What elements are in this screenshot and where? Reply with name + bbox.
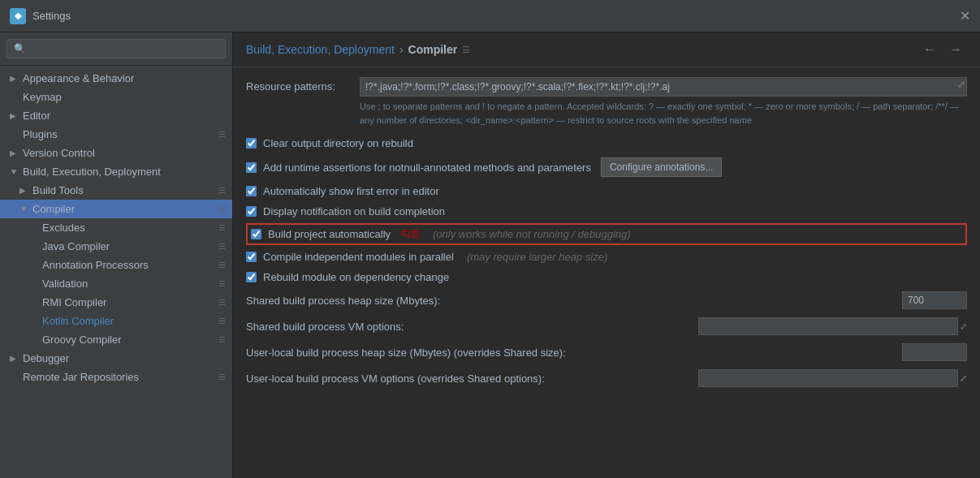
breadcrumb-link[interactable]: Build, Execution, Deployment [246,43,395,56]
resource-field-wrap: ⤢ Use ; to separate patterns and ! to ne… [360,77,967,127]
sidebar-item-label-keymap: Keymap [23,91,226,103]
form-input-shared-vm[interactable] [698,317,958,335]
back-button[interactable]: ← [918,41,941,58]
sidebar-item-debugger[interactable]: ▶Debugger [0,349,232,368]
checkbox-clear-output[interactable] [246,138,257,149]
validation-ext-icon: ☰ [218,279,226,288]
content-header: Build, Execution, Deployment › Compiler … [233,32,980,67]
option-label-compile-parallel: Compile independent modules in parallel [263,251,454,263]
title-bar: ◆ Settings ✕ [0,0,980,32]
search-input[interactable] [6,39,226,58]
form-expand-button-shared-vm[interactable]: ⤢ [960,321,967,332]
resource-hint: Use ; to separate patterns and ! to nega… [360,100,967,127]
sidebar-item-annotation-processors[interactable]: Annotation Processors☰ [0,256,232,274]
checkbox-build-auto[interactable] [251,229,261,239]
sidebar-item-version-control[interactable]: ▶Version Control [0,144,232,162]
option-row-add-runtime: Add runtime assertions for notnull-annot… [246,153,967,181]
breadcrumb: Build, Execution, Deployment › Compiler … [246,43,470,56]
option-note-build-auto: (only works while not running / debuggin… [433,228,631,240]
sidebar-item-validation[interactable]: Validation☰ [0,274,232,293]
sidebar-item-build-tools[interactable]: ▶Build Tools☰ [0,181,232,200]
configure-annotations-button[interactable]: Configure annotations... [601,157,722,177]
sidebar-item-label-version-control: Version Control [23,147,226,159]
form-label-user-vm: User-local build process VM options (ove… [246,372,698,385]
checkbox-rebuild-module[interactable] [246,272,257,282]
content-body: Resource patterns: ⤢ Use ; to separate p… [233,67,980,478]
rmi-compiler-ext-icon: ☰ [218,298,226,307]
version-control-arrow-icon: ▶ [10,149,19,157]
form-input-shared-heap[interactable] [902,291,967,309]
resource-label: Resource patterns: [246,77,360,93]
app-icon: ◆ [10,8,26,24]
sidebar-item-groovy-compiler[interactable]: Groovy Compiler☰ [0,330,232,349]
resource-expand-button[interactable]: ⤢ [957,79,965,90]
form-expand-button-user-vm[interactable]: ⤢ [960,373,967,384]
build-tools-arrow-icon: ▶ [19,186,29,195]
editor-arrow-icon: ▶ [10,111,19,120]
sidebar-item-label-rmi-compiler: RMI Compiler [42,296,215,308]
sidebar-item-keymap[interactable]: Keymap [0,88,232,106]
sidebar-tree: ▶Appearance & BehaviorKeymap▶EditorPlugi… [0,66,232,478]
breadcrumb-separator: › [399,43,404,56]
option-label-add-runtime: Add runtime assertions for notnull-annot… [263,161,591,174]
sidebar-item-label-remote-jar: Remote Jar Repositories [23,371,215,383]
option-annotation-build-auto: 勾选 [400,227,420,241]
content-area: Build, Execution, Deployment › Compiler … [233,32,980,478]
option-label-clear-output: Clear output directory on rebuild [263,137,413,149]
sidebar-item-rmi-compiler[interactable]: RMI Compiler☰ [0,293,232,312]
excludes-ext-icon: ☰ [218,223,226,232]
sidebar-item-editor[interactable]: ▶Editor [0,106,232,125]
sidebar-item-label-groovy-compiler: Groovy Compiler [42,334,215,346]
form-input-user-heap[interactable] [902,343,967,361]
form-fields-container: Shared build process heap size (Mbytes):… [246,287,967,391]
close-button[interactable]: ✕ [960,8,970,24]
form-row-user-heap: User-local build process heap size (Mbyt… [246,339,967,365]
sidebar-item-compiler[interactable]: ▼Compiler☰ [0,200,232,218]
sidebar-item-label-build-execution: Build, Execution, Deployment [23,166,226,178]
remote-jar-ext-icon: ☰ [218,372,226,381]
checkbox-compile-parallel[interactable] [246,252,257,262]
sidebar-item-label-validation: Validation [42,278,215,290]
sidebar-item-label-excludes: Excludes [42,222,215,234]
sidebar-item-excludes[interactable]: Excludes☰ [0,218,232,237]
sidebar-item-appearance[interactable]: ▶Appearance & Behavior [0,69,232,88]
sidebar-item-build-execution[interactable]: ▼Build, Execution, Deployment [0,162,232,181]
main-layout: ▶Appearance & BehaviorKeymap▶EditorPlugi… [0,32,980,478]
resource-patterns-input[interactable] [360,77,967,97]
sidebar-item-kotlin-compiler[interactable]: Kotlin Compiler☰ [0,312,232,330]
form-label-user-heap: User-local build process heap size (Mbyt… [246,347,902,359]
compiler-arrow-icon: ▼ [19,205,29,213]
sidebar-item-label-compiler: Compiler [32,203,215,215]
checkbox-add-runtime[interactable] [246,162,257,173]
option-note-compile-parallel: (may require larger heap size) [467,251,607,263]
forward-button[interactable]: → [944,41,967,58]
option-label-build-auto: Build project automatically [268,228,391,240]
form-label-shared-vm: Shared build process VM options: [246,321,698,333]
sidebar-item-label-debugger: Debugger [23,352,226,364]
annotation-processors-ext-icon: ☰ [218,261,226,269]
appearance-arrow-icon: ▶ [10,74,19,83]
option-row-display-notification: Display notification on build completion [246,201,967,222]
java-compiler-ext-icon: ☰ [218,242,226,251]
sidebar-item-java-compiler[interactable]: Java Compiler☰ [0,237,232,256]
form-row-shared-heap: Shared build process heap size (Mbytes): [246,287,967,313]
checkbox-auto-show-error[interactable] [246,186,257,196]
option-row-clear-output: Clear output directory on rebuild [246,133,967,153]
compiler-ext-icon: ☰ [218,205,226,213]
checkbox-display-notification[interactable] [246,206,257,217]
resource-patterns-row: Resource patterns: ⤢ Use ; to separate p… [246,77,967,127]
build-execution-arrow-icon: ▼ [10,167,19,176]
breadcrumb-ext-icon: ☰ [462,45,470,55]
option-label-auto-show-error: Automatically show first error in editor [263,185,439,197]
option-row-rebuild-module: Rebuild module on dependency change [246,267,967,287]
sidebar-item-label-build-tools: Build Tools [32,184,215,196]
kotlin-compiler-ext-icon: ☰ [218,317,226,325]
sidebar-item-remote-jar[interactable]: Remote Jar Repositories☰ [0,368,232,386]
sidebar-item-label-appearance: Appearance & Behavior [23,72,226,84]
form-label-shared-heap: Shared build process heap size (Mbytes): [246,295,902,307]
form-input-user-vm[interactable] [698,369,958,387]
sidebar-item-label-editor: Editor [23,110,226,122]
sidebar-item-label-plugins: Plugins [23,128,215,140]
sidebar-item-plugins[interactable]: Plugins☰ [0,125,232,144]
option-row-compile-parallel: Compile independent modules in parallel(… [246,247,967,267]
